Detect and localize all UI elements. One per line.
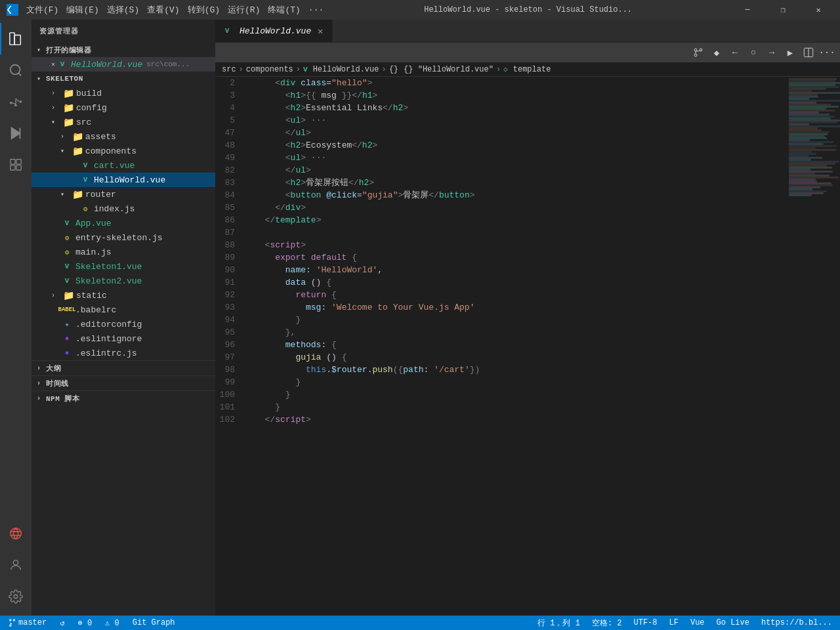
activity-remote[interactable] [0, 518, 32, 549]
code-line-96: methods: { [255, 339, 788, 351]
activity-settings[interactable] [0, 581, 32, 612]
tree-item-build[interactable]: ›📁build [32, 86, 215, 100]
tree-item-router[interactable]: ▾📁router [32, 187, 215, 201]
error-count[interactable]: ⊗ 0 [75, 618, 94, 628]
timeline-header[interactable]: 时间线 [32, 376, 215, 390]
indentation[interactable]: 空格: 2 [589, 618, 625, 629]
toolbar-diamond-btn[interactable]: ◆ [709, 45, 724, 60]
activity-account[interactable] [0, 549, 32, 581]
tree-item-src[interactable]: ▾📁src [32, 115, 215, 129]
line-number-100: 100 [215, 388, 242, 401]
breadcrumb-src[interactable]: src [222, 65, 236, 74]
language-mode[interactable]: Vue [688, 618, 707, 627]
tree-item-index-js[interactable]: ⚙index.js [32, 201, 215, 216]
tree-item-entry-skeleton-js[interactable]: ⚙entry-skeleton.js [32, 230, 215, 245]
minimize-button[interactable]: — [732, 0, 763, 20]
editorconfig-icon: ✦ [62, 319, 72, 329]
activity-run[interactable] [0, 117, 32, 149]
breadcrumb-components-label: components [246, 65, 293, 74]
outline-header[interactable]: 大纲 [32, 361, 215, 375]
code-line-101: } [255, 401, 788, 413]
toolbar-split-btn[interactable] [801, 45, 816, 60]
folder-icon: 📁 [63, 117, 74, 127]
project-section[interactable]: SKELETON [32, 72, 215, 86]
menu-terminal[interactable]: 终端(T) [268, 4, 300, 16]
toolbar-play-btn[interactable]: ▶ [782, 45, 798, 60]
tree-item-assets[interactable]: ›📁assets [32, 129, 215, 144]
minimap-line [789, 194, 812, 196]
activity-explorer[interactable] [0, 23, 32, 54]
git-graph-btn[interactable]: Git Graph [130, 618, 178, 627]
warning-count[interactable]: ⚠ 0 [102, 618, 122, 628]
tree-item-app-vue[interactable]: VApp.vue [32, 216, 215, 230]
activity-extensions[interactable] [0, 149, 32, 180]
menu-goto[interactable]: 转到(G) [188, 4, 220, 16]
tab-close-button[interactable]: ✕ [315, 26, 326, 36]
editor-toolbar: ◆ ← ○ → ▶ ··· [215, 43, 840, 62]
code-line-97: gujia () { [255, 351, 788, 364]
menu-view[interactable]: 查看(V) [147, 4, 179, 16]
tab-bar: V HelloWorld.vue ✕ [215, 20, 840, 43]
encoding[interactable]: UTF-8 [631, 618, 660, 627]
tree-item--editorconfig[interactable]: ✦.editorconfig [32, 317, 215, 331]
menu-more[interactable]: ··· [308, 5, 324, 15]
line-ending[interactable]: LF [667, 618, 681, 627]
tree-item-label: config [76, 103, 107, 113]
outline-arrow [37, 365, 46, 372]
vue-icon: V [62, 218, 72, 228]
timeline-arrow [37, 380, 46, 387]
tree-item-cart-vue[interactable]: Vcart.vue [32, 158, 215, 173]
folder-arrow-open: ▾ [60, 190, 71, 198]
tree-item--eslintrc-js[interactable]: ●.eslintrc.js [32, 346, 215, 360]
toolbar-branch-btn[interactable] [690, 45, 706, 60]
breadcrumb-component-name[interactable]: {} {} "HelloWorld.vue" [389, 65, 494, 74]
tree-item-main-js[interactable]: ⚙main.js [32, 245, 215, 259]
breadcrumb-file[interactable]: V HelloWorld.vue [303, 65, 379, 74]
close-button[interactable]: ✕ [803, 0, 833, 20]
tab-helloworld[interactable]: V HelloWorld.vue ✕ [215, 20, 333, 42]
url-display[interactable]: https://b.bl... [759, 618, 835, 627]
git-branch[interactable]: master [5, 618, 49, 627]
tree-item-static[interactable]: ›📁static [32, 288, 215, 303]
activity-search[interactable] [0, 54, 32, 86]
code-content[interactable]: <div class="hello"> <h1>{{ msg }}</h1> <… [248, 77, 788, 616]
tree-item--babelrc[interactable]: BABEL.babelrc [32, 303, 215, 317]
tree-item-skeleton2-vue[interactable]: VSkeleton2.vue [32, 274, 215, 288]
indentation-label: 空格: 2 [592, 618, 622, 629]
npm-header[interactable]: NPM 脚本 [32, 391, 215, 406]
tree-item-helloworld-vue[interactable]: VHelloWorld.vue [32, 173, 215, 187]
menu-select[interactable]: 选择(S) [107, 4, 139, 16]
code-line-83: <h2>骨架屏按钮</h2> [255, 177, 788, 189]
sync-status[interactable]: ↺ [57, 618, 67, 628]
tree-item-skeleton1-vue[interactable]: VSkeleton1.vue [32, 259, 215, 274]
open-editors-arrow [37, 46, 46, 54]
tree-item-components[interactable]: ▾📁components [32, 144, 215, 158]
git-branch-name: master [18, 618, 47, 627]
code-line-92: return { [255, 289, 788, 301]
open-editors-section[interactable]: 打开的编辑器 [32, 43, 215, 57]
toolbar-circle-btn[interactable]: ○ [746, 45, 761, 60]
code-line-47: </ul> [255, 127, 788, 139]
breadcrumb-template[interactable]: ◇ template [503, 65, 551, 74]
code-line-100: } [255, 388, 788, 401]
breadcrumb-template-icon: ◇ [503, 65, 508, 74]
breadcrumb-components[interactable]: components [246, 65, 293, 74]
menu-edit[interactable]: 编辑(E) [66, 4, 98, 16]
folder-arrow-closed: › [60, 133, 71, 140]
toolbar-forward-btn[interactable]: → [764, 45, 780, 60]
open-editor-helloworld[interactable]: ✕ V HelloWorld.vue src\com... [32, 57, 215, 72]
tree-item-config[interactable]: ›📁config [32, 100, 215, 115]
close-editor-icon[interactable]: ✕ [51, 60, 55, 68]
activity-git[interactable] [0, 86, 32, 117]
folder-icon: 📁 [63, 102, 74, 113]
code-line-87 [255, 226, 788, 239]
menu-run[interactable]: 运行(R) [228, 4, 260, 16]
go-live-btn[interactable]: Go Live [714, 618, 752, 627]
toolbar-back-btn[interactable]: ← [727, 45, 743, 60]
tree-item--eslintignore[interactable]: ●.eslintignore [32, 331, 215, 346]
menu-file[interactable]: 文件(F) [26, 4, 58, 16]
toolbar-more-btn[interactable]: ··· [819, 45, 835, 60]
line-number-99: 99 [215, 376, 242, 388]
cursor-position[interactable]: 行 1，列 1 [535, 618, 583, 629]
maximize-button[interactable]: ❐ [768, 0, 798, 20]
